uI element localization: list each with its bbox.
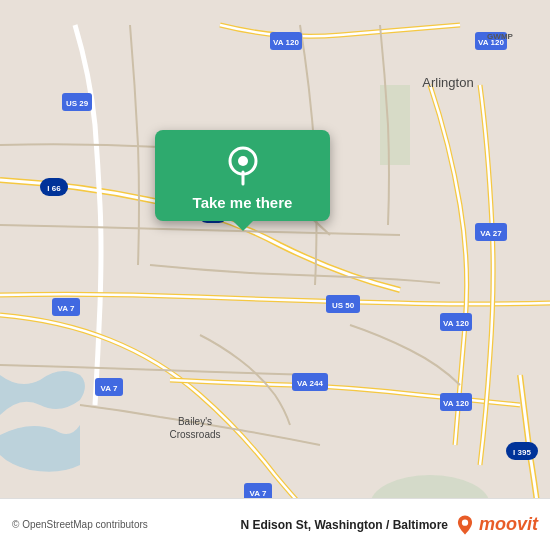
svg-rect-2: [380, 85, 410, 165]
svg-text:US 50: US 50: [332, 301, 355, 310]
svg-text:VA 120: VA 120: [443, 319, 469, 328]
location-pin-icon: [221, 142, 265, 186]
svg-text:Arlington: Arlington: [422, 75, 473, 90]
svg-text:VA 7: VA 7: [101, 384, 118, 393]
svg-text:VA 120: VA 120: [273, 38, 299, 47]
svg-text:US 29: US 29: [66, 99, 89, 108]
svg-point-36: [238, 156, 248, 166]
moovit-brand-text: moovit: [479, 514, 538, 535]
location-label: N Edison St, Washington / Baltimore: [240, 518, 448, 532]
map-background: VA 120 US 29 I 66 I 66 VA 27 VA 120 VA 7…: [0, 0, 550, 550]
svg-text:I 66: I 66: [47, 184, 61, 193]
bottom-bar: © OpenStreetMap contributors N Edison St…: [0, 498, 550, 550]
svg-text:GWMP: GWMP: [487, 32, 513, 41]
svg-text:Bailey's: Bailey's: [178, 416, 212, 427]
svg-text:VA 7: VA 7: [58, 304, 75, 313]
popup-label: Take me there: [193, 194, 293, 211]
map-container: VA 120 US 29 I 66 I 66 VA 27 VA 120 VA 7…: [0, 0, 550, 550]
svg-text:VA 120: VA 120: [443, 399, 469, 408]
map-attribution: © OpenStreetMap contributors: [12, 519, 148, 530]
moovit-pin-icon: [454, 514, 476, 536]
moovit-logo: moovit: [454, 514, 538, 536]
svg-text:VA 244: VA 244: [297, 379, 323, 388]
svg-text:Crossroads: Crossroads: [169, 429, 220, 440]
svg-text:VA 27: VA 27: [480, 229, 502, 238]
svg-text:I 395: I 395: [513, 448, 531, 457]
bottom-right-section: N Edison St, Washington / Baltimore moov…: [240, 514, 538, 536]
svg-text:VA 7: VA 7: [250, 489, 267, 498]
popup-card[interactable]: Take me there: [155, 130, 330, 221]
svg-point-37: [462, 519, 468, 525]
